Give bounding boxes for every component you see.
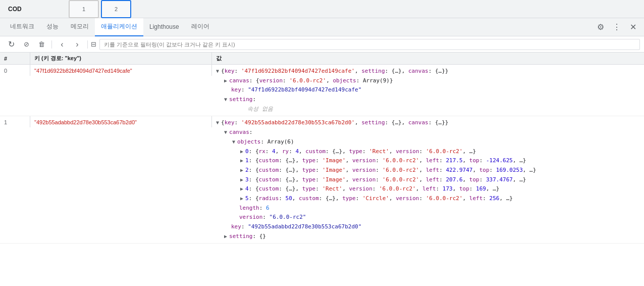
thumb-1[interactable]: 1 — [69, 0, 99, 18]
table-row: 1 "492b55adabbd22d78e30b553ca67b2d0" {ke… — [0, 116, 644, 244]
toolbar: ↻ ⊘ 🗑 ‹ › ⊟ — [0, 36, 644, 53]
expand-arrow[interactable] — [240, 156, 243, 165]
code-line: objects: Array(6) — [216, 137, 640, 147]
tab-layer[interactable]: 레이어 — [185, 18, 216, 36]
table-header: # 키 (키 경로: "key") 값 — [0, 53, 644, 65]
main-content: # 키 (키 경로: "key") 값 0 "47f1d6922b82bf409… — [0, 53, 644, 286]
refresh-button[interactable]: ↻ — [4, 37, 18, 52]
code-line: 4: {custom: {…}, type: 'Rect', version: … — [216, 184, 640, 194]
code-line: 3: {custom: {…}, type: 'Image', version:… — [216, 175, 640, 185]
row-value-0: {key: '47f1d6922b82bf4094d7427ed149cafe'… — [212, 65, 644, 116]
row-key-0[interactable]: "47f1d6922b82bf4094d7427ed149cafe" — [30, 65, 212, 76]
expand-arrow[interactable] — [240, 147, 243, 156]
tab-network[interactable]: 네트워크 — [4, 18, 40, 36]
code-line: key: "47f1d6922b82bf4094d7427ed149cafe" — [216, 85, 640, 95]
code-line: 0: {rx: 4, ry: 4, custom: {…}, type: 'Re… — [216, 147, 640, 157]
col-header-value: 값 — [212, 53, 644, 64]
code-line: canvas: — [216, 128, 640, 137]
expand-arrow[interactable] — [224, 232, 227, 241]
tab-memory[interactable]: 메모리 — [65, 18, 95, 36]
thumb-2[interactable]: 2 — [101, 0, 131, 18]
expand-arrow[interactable] — [224, 76, 227, 85]
close-button[interactable]: ✕ — [626, 20, 640, 34]
row-index-1: 1 — [0, 116, 30, 127]
row-value-1: {key: '492b55adabbd22d78e30b553ca67b2d0'… — [212, 116, 644, 243]
expand-arrow[interactable] — [224, 128, 227, 136]
page-thumbnails: 1 2 — [69, 0, 131, 18]
tab-lighthouse[interactable]: Lighthouse — [143, 18, 185, 36]
code-line: length: 6 — [216, 204, 640, 213]
top-thumbnail-bar: COD 1 2 — [0, 0, 644, 18]
table-body[interactable]: 0 "47f1d6922b82bf4094d7427ed149cafe" {ke… — [0, 65, 644, 286]
col-header-index: # — [0, 53, 30, 64]
expand-arrow[interactable] — [240, 175, 243, 184]
logo-text: COD — [8, 6, 22, 13]
expand-arrow[interactable] — [216, 67, 219, 75]
code-line: canvas: {version: '6.0.0-rc2', objects: … — [216, 76, 640, 86]
logo: COD — [4, 4, 65, 15]
tab-application[interactable]: 애플리케이션 — [95, 18, 143, 36]
code-line: {key: '492b55adabbd22d78e30b553ca67b2d0'… — [216, 118, 640, 128]
toolbar-divider-1 — [51, 40, 52, 49]
row-key-1[interactable]: "492b55adabbd22d78e30b553ca67b2d0" — [30, 116, 212, 127]
code-line: {key: '47f1d6922b82bf4094d7427ed149cafe'… — [216, 67, 640, 76]
code-line: setting: {} — [216, 232, 640, 242]
table-row: 0 "47f1d6922b82bf4094d7427ed149cafe" {ke… — [0, 65, 644, 116]
filter-input[interactable] — [99, 39, 640, 50]
tab-bar-actions: ⚙ ⋮ ✕ — [594, 20, 640, 34]
code-line: setting: — [216, 95, 640, 105]
delete-button[interactable]: 🗑 — [34, 37, 48, 52]
expand-arrow[interactable] — [240, 194, 243, 203]
toolbar-divider-2 — [87, 40, 88, 49]
filter-icon: ⊟ — [91, 40, 96, 48]
col-header-key: 키 (키 경로: "key") — [30, 53, 212, 64]
code-line: 1: {custom: {…}, type: 'Image', version:… — [216, 156, 640, 166]
back-button[interactable]: ‹ — [55, 37, 69, 52]
code-line: 5: {radius: 50, custom: {…}, type: 'Circ… — [216, 194, 640, 204]
code-line: version: "6.0.0-rc2" — [216, 213, 640, 222]
tab-performance[interactable]: 성능 — [40, 18, 65, 36]
expand-arrow[interactable] — [240, 166, 243, 174]
forward-button[interactable]: › — [70, 37, 84, 52]
row-index-0: 0 — [0, 65, 30, 76]
tab-bar: 네트워크 성능 메모리 애플리케이션 Lighthouse 레이어 ⚙ ⋮ ✕ — [0, 18, 644, 36]
more-button[interactable]: ⋮ — [610, 20, 624, 34]
expand-arrow[interactable] — [224, 95, 227, 104]
expand-arrow[interactable] — [240, 184, 243, 193]
settings-button[interactable]: ⚙ — [594, 20, 608, 34]
code-line: 속성 없음 — [216, 105, 640, 114]
expand-arrow[interactable] — [216, 118, 219, 127]
clear-button[interactable]: ⊘ — [19, 37, 33, 52]
code-line: key: "492b55adabbd22d78e30b553ca67b2d0" — [216, 222, 640, 232]
code-line: 2: {custom: {…}, type: 'Image', version:… — [216, 166, 640, 175]
expand-arrow[interactable] — [232, 137, 235, 146]
